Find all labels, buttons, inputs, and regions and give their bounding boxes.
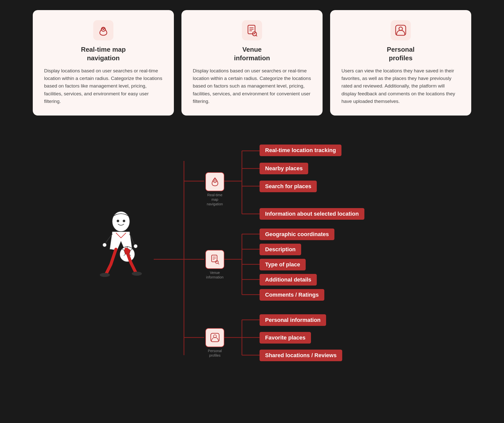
node-icon-realtime <box>205 172 224 191</box>
node-icon-personal <box>205 328 224 347</box>
svg-point-1 <box>103 29 104 30</box>
card-icon-personal <box>391 20 411 40</box>
label-venue-2: Description <box>260 244 301 255</box>
label-personal-2: Favorite places <box>260 332 311 344</box>
svg-line-55 <box>218 263 219 264</box>
node-venue: Venue information <box>204 250 226 279</box>
card-icon-realtime <box>93 20 113 40</box>
card-venue: Venue information Display locations base… <box>181 10 323 116</box>
label-venue-4: Additional details <box>260 274 317 286</box>
svg-point-44 <box>103 243 107 247</box>
node-icon-venue <box>205 250 224 269</box>
card-desc-personal: Users can view the locations they have s… <box>341 67 460 105</box>
node-label-venue: Venue information <box>204 270 226 279</box>
card-desc-venue: Display locations based on user searches… <box>193 67 311 105</box>
svg-point-46 <box>100 273 110 277</box>
label-venue-1: Geographic coordinates <box>260 229 334 240</box>
card-realtime: Real-time map navigation Display locatio… <box>33 10 174 116</box>
node-label-realtime: Real-time map navigation <box>204 193 226 207</box>
label-realtime-4: Information about selected location <box>260 208 364 220</box>
label-venue-5: Comments / Ratings <box>260 289 324 301</box>
character-svg <box>86 209 156 285</box>
card-icon-venue <box>242 20 262 40</box>
svg-point-45 <box>134 244 138 248</box>
card-title-venue: Venue information <box>234 45 270 63</box>
card-title-realtime: Real-time map navigation <box>81 45 126 63</box>
node-personal: Personal profiles <box>204 328 226 358</box>
card-personal: Personal profiles Users can view the loc… <box>330 10 471 116</box>
card-title-personal: Personal profiles <box>387 45 415 63</box>
label-personal-3: Shared locations / Reviews <box>260 350 342 361</box>
label-realtime-2: Nearby places <box>260 163 308 174</box>
top-cards-section: Real-time map navigation Display locatio… <box>0 0 504 128</box>
diagram-container: Real-time map navigation Venue informati… <box>76 136 428 388</box>
card-desc-realtime: Display locations based on user searches… <box>44 67 163 105</box>
label-venue-3: Type of place <box>260 259 306 270</box>
label-realtime-1: Real-time location tracking <box>260 145 341 156</box>
svg-point-34 <box>123 220 125 222</box>
svg-line-7 <box>256 35 257 36</box>
label-realtime-3: Search for places <box>260 181 317 192</box>
svg-point-49 <box>214 180 215 181</box>
svg-point-32 <box>112 211 130 232</box>
diagram-section: Real-time map navigation Venue informati… <box>0 128 504 403</box>
svg-point-33 <box>117 220 119 222</box>
node-label-personal: Personal profiles <box>204 349 226 358</box>
label-personal-1: Personal information <box>260 314 326 326</box>
svg-point-47 <box>132 272 142 276</box>
node-realtime: Real-time map navigation <box>204 172 226 207</box>
character-illustration <box>83 206 159 287</box>
